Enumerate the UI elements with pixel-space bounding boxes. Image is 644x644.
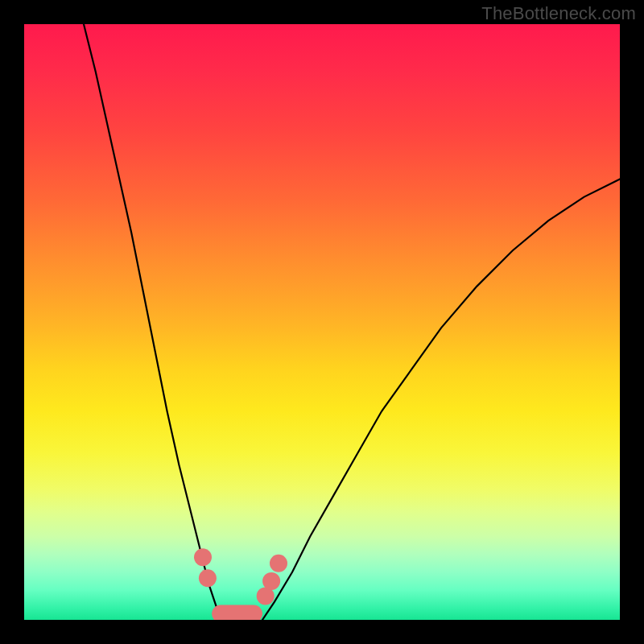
marker-point — [194, 548, 212, 566]
chart-frame: TheBottleneck.com — [0, 0, 644, 644]
plot-area — [24, 24, 620, 620]
left-curve — [84, 24, 221, 620]
bottom-bar — [212, 605, 262, 621]
watermark-text: TheBottleneck.com — [481, 3, 636, 24]
curve-layer — [24, 24, 620, 620]
marker-point — [270, 555, 287, 572]
marker-point — [262, 572, 280, 590]
marker-point — [199, 569, 217, 587]
markers-group — [194, 548, 287, 605]
right-curve — [262, 179, 620, 620]
